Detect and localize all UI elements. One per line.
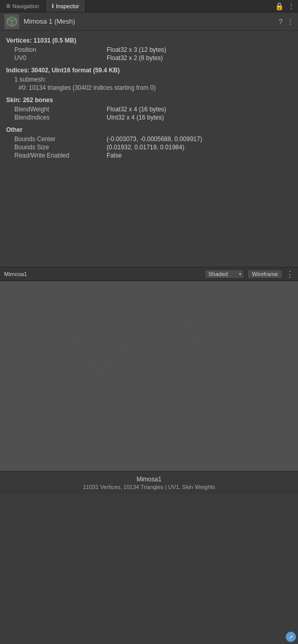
blendindices-value: UInt32 x 4 (16 bytes) [107,114,164,121]
svg-point-12 [89,374,107,383]
preview-footer-info: 11031 Vertices, 10134 Triangles | UV1, S… [4,484,294,490]
svg-line-42 [72,335,80,340]
svg-line-23 [134,350,149,379]
svg-line-50 [70,356,85,361]
svg-line-33 [80,381,101,397]
svg-point-13 [80,384,95,394]
arrow-icon: ↗ [289,634,293,640]
svg-point-47 [180,319,194,328]
help-icon[interactable]: ? [279,17,283,26]
tab-bar: ⊞ Navigation ℹ Inspector 🔒 ⋮ [0,0,298,12]
svg-point-20 [208,361,224,370]
svg-point-28 [167,331,182,344]
upper-panel: Vertices: 11031 (0.5 MB) Position Float3… [0,31,298,267]
svg-point-11 [76,345,93,356]
blendweight-label: BlendWeight [14,106,107,113]
tab-navigation[interactable]: ⊞ Navigation [0,0,46,12]
svg-line-41 [80,335,90,345]
wireframe-button[interactable]: Wireframe [247,269,283,279]
svg-point-10 [83,335,103,351]
mesh-thumbnail [4,14,19,29]
svg-point-35 [69,396,85,403]
svg-point-36 [81,359,94,370]
vertices-position-row: Position Float32 x 3 (12 bytes) [6,46,292,53]
bounds-size-value: (0.01932, 0.01719, 0.01984) [107,144,184,151]
svg-point-31 [109,330,127,342]
tab-bar-actions: 🔒 ⋮ [272,0,298,12]
svg-point-21 [191,330,209,340]
3d-preview [0,281,298,471]
preview-more-icon[interactable]: ⋮ [286,269,294,279]
svg-point-26 [115,348,132,357]
blendweight-value: Float32 x 4 (16 bytes) [107,106,166,113]
bounds-center-row: Bounds Center (-0.003073, -0.0005688, 0.… [6,135,292,143]
svg-line-46 [188,327,193,340]
svg-line-44 [177,340,193,350]
preview-mesh-name: Mimosa1 [4,271,202,277]
vertices-header: Vertices: 11031 (0.5 MB) [6,37,292,44]
preview-toolbar: Mimosa1 Shaded Unlit Wireframe ▼ Wirefra… [0,267,298,281]
shading-dropdown[interactable]: Shaded Unlit Wireframe [205,269,244,279]
readwrite-row: Read/Write Enabled False [6,152,292,159]
inspector-icon: ℹ [52,3,54,9]
svg-line-29 [121,340,134,350]
corner-action-icon[interactable]: ↗ [286,632,296,642]
preview-footer: Mimosa1 11031 Vertices, 10134 Triangles … [0,471,298,494]
bounds-size-label: Bounds Size [14,144,107,151]
shading-dropdown-wrapper: Shaded Unlit Wireframe ▼ [205,269,244,279]
svg-line-34 [90,368,101,381]
readwrite-value: False [107,152,122,159]
header-actions: ? ⋮ [279,17,294,26]
svg-line-30 [134,339,142,350]
properties-content: Vertices: 11031 (0.5 MB) Position Float3… [0,31,298,164]
tab-inspector-label: Inspector [56,3,79,9]
svg-line-38 [183,376,198,384]
svg-line-24 [149,348,165,379]
svg-line-7 [85,356,111,366]
preview-footer-title: Mimosa1 [4,476,294,483]
svg-line-5 [90,345,131,371]
navigation-icon: ⊞ [6,3,10,9]
blendindices-label: BlendIndices [14,114,107,121]
svg-point-39 [191,380,209,391]
submesh-count: 1 submesh: [6,76,292,83]
blendindices-row: BlendIndices UInt32 x 4 (16 bytes) [6,114,292,121]
position-label: Position [14,46,107,53]
inspector-header: Mimosa 1 (Mesh) ? ⋮ [0,12,298,31]
svg-line-4 [149,350,177,381]
bounds-center-value: (-0.003073, -0.0005688, 0.009917) [107,135,202,143]
svg-point-14 [96,362,109,374]
svg-line-45 [193,340,208,345]
svg-point-40 [186,388,200,397]
svg-point-49 [224,374,239,381]
vertices-uv0-row: UV0 Float32 x 2 (8 bytes) [6,54,292,62]
tab-more-icon[interactable]: ⋮ [288,2,295,10]
submesh-detail: #0: 10134 triangles (30402 indices start… [6,84,292,91]
tab-navigation-label: Navigation [12,3,39,9]
svg-line-18 [177,335,208,348]
other-header: Other [6,126,292,133]
bounds-size-row: Bounds Size (0.01932, 0.01719, 0.01984) [6,144,292,151]
svg-line-9 [106,340,111,366]
svg-point-27 [157,338,177,350]
uv0-label: UV0 [14,54,107,62]
svg-point-32 [134,330,150,340]
svg-line-8 [95,366,111,376]
position-value: Float32 x 3 (12 bytes) [107,46,166,53]
svg-point-22 [204,322,218,333]
blendweight-row: BlendWeight Float32 x 4 (16 bytes) [6,106,292,113]
svg-line-17 [188,338,198,358]
svg-line-48 [213,368,229,376]
skin-header: Skin: 262 bones [6,96,292,104]
uv0-value: Float32 x 2 (8 bytes) [107,54,163,62]
lock-icon[interactable]: 🔒 [275,2,284,10]
inspector-title: Mimosa 1 (Mesh) [24,17,274,25]
svg-point-43 [64,337,77,344]
svg-point-25 [120,338,142,353]
tab-inspector[interactable]: ℹ Inspector [46,0,86,12]
inspector-more-icon[interactable]: ⋮ [287,17,294,26]
bounds-center-label: Bounds Center [14,135,107,143]
svg-line-1 [111,366,149,397]
readwrite-label: Read/Write Enabled [14,152,107,159]
mesh-preview-svg [59,294,239,458]
